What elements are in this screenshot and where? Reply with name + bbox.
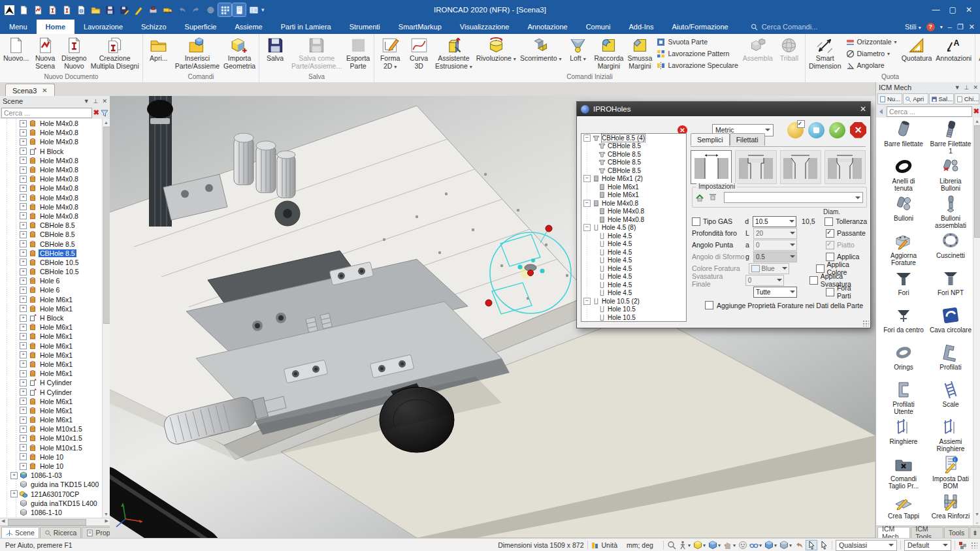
doc-i-icon[interactable] bbox=[60, 3, 73, 16]
scene-tree-item-hole-m6x1[interactable]: +Hole M6x1 bbox=[0, 323, 110, 332]
scene-tree-item-hole-m6x1[interactable]: +Hole M6x1 bbox=[0, 304, 110, 313]
ribbon-button-disegnonuovo[interactable]: DisegnoNuovo bbox=[59, 35, 89, 71]
scene-tree-item-h-cylinder[interactable]: +H Cylinder bbox=[0, 378, 110, 387]
status-glasses-icon[interactable]: ▾ bbox=[749, 541, 762, 550]
iproholes-dialog[interactable]: IPROHoles ✕ ✕ Metric ✓ ✕ −CBHole 8.5 (4)… bbox=[576, 101, 871, 328]
dialog-close-icon[interactable]: ✕ bbox=[860, 104, 866, 114]
menu-tab-add-ins[interactable]: Add-Ins bbox=[620, 20, 663, 34]
tipo-gas-checkbox[interactable] bbox=[692, 217, 700, 226]
catalog-item-ringhiere[interactable]: Ringhiere bbox=[883, 418, 924, 455]
scene-tree-item-1086-1-03[interactable]: +1086-1-03 bbox=[0, 471, 110, 480]
command-search[interactable]: Cerca Comandi... bbox=[745, 20, 823, 34]
dialog-tree-item-hole-10-5[interactable]: Hole 10.5 bbox=[581, 306, 686, 314]
ribbon-button-apri[interactable]: Apri... bbox=[144, 35, 173, 63]
dialog-tree-item-hole-4-5[interactable]: Hole 4.5 bbox=[581, 257, 686, 265]
ribbon-button-scorrimento[interactable]: Scorrimento ▾ bbox=[518, 35, 564, 64]
status-cube-b-icon[interactable]: ▾ bbox=[764, 541, 777, 550]
catalog-search-input[interactable]: Cerca ... bbox=[887, 106, 972, 117]
dialog-tree-item-hole-m6x1-2[interactable]: −Hole M6x1 (2) bbox=[581, 175, 686, 183]
scene-tree-item-h-cylinder[interactable]: +H Cylinder bbox=[0, 387, 110, 396]
dialog-tree-item-hole-m6x1[interactable]: Hole M6x1 bbox=[581, 191, 686, 200]
dialog-tree-item-cbhole-8-5-4[interactable]: −CBHole 8.5 (4) bbox=[581, 134, 686, 142]
ribbon-button-nuovascena[interactable]: NuovaScena bbox=[31, 35, 59, 71]
catalog-item-barre-filettate[interactable]: Barre filettate bbox=[883, 120, 924, 157]
scene-tree-item-hole-10[interactable]: +Hole 10 bbox=[0, 452, 110, 462]
catalog-item-assiemi-ringhiere[interactable]: Assiemi Ringhiere bbox=[930, 418, 972, 455]
dialog-tree-item-hole-4-5-8[interactable]: −Hole 4.5 (8) bbox=[581, 224, 686, 232]
tab-semplici[interactable]: Semplici bbox=[691, 133, 730, 146]
catalog-item-imposta-dati-bom[interactable]: iImposta Dati BOM bbox=[930, 455, 972, 492]
ribbon-button-inserisciparte-assieme[interactable]: InserisciParte/Assieme bbox=[173, 35, 221, 71]
scene-tree-item-hole-m4x0-8[interactable]: +Hole M4x0.8 bbox=[0, 212, 110, 221]
angolo-di-sformo-select[interactable]: 0.5 bbox=[753, 251, 797, 262]
status-zoomfit-icon[interactable] bbox=[667, 541, 676, 550]
doc-tab-close-icon[interactable]: ✕ bbox=[42, 87, 47, 94]
catalog-menu-caret[interactable]: ▼ bbox=[955, 84, 960, 91]
ribbon-button-aiuto-formazione[interactable]: Aiuto/Formazione▾ bbox=[977, 35, 980, 71]
piatto-checkbox[interactable]: Piatto bbox=[826, 241, 855, 249]
dialog-hole-tree[interactable]: −CBHole 8.5 (4)CBHole 8.5CBHole 8.5CBHol… bbox=[581, 133, 687, 322]
apply-options-button[interactable] bbox=[787, 122, 804, 138]
help-caret[interactable]: ▾ bbox=[940, 24, 943, 30]
save-settings-icon[interactable] bbox=[695, 193, 704, 202]
doc-red-icon[interactable] bbox=[31, 3, 44, 16]
colore-foratura-select[interactable]: Blue bbox=[749, 263, 789, 274]
doc-i-icon[interactable] bbox=[46, 3, 59, 16]
catalog-item-fori[interactable]: Fori bbox=[883, 269, 924, 306]
link-states-icon[interactable] bbox=[958, 541, 967, 550]
close-button[interactable]: ✕ bbox=[966, 5, 972, 14]
ribbon-button-nuovo[interactable]: Nuovo... bbox=[1, 35, 31, 63]
panel-close-icon[interactable]: ✕ bbox=[102, 98, 107, 104]
catalog-pin-icon[interactable]: ⊥ bbox=[964, 84, 970, 91]
ribbon-button-assistenteestrusione[interactable]: AssistenteEstrusione ▾ bbox=[433, 35, 474, 71]
dialog-tree-item-hole-4-5[interactable]: Hole 4.5 bbox=[581, 264, 686, 273]
scene-tree-item-121a630170cp[interactable]: +121A630170CP bbox=[0, 490, 110, 499]
menu-tab-strumenti[interactable]: Strumenti bbox=[340, 20, 389, 34]
ribbon-button-salva-comeparte-assieme[interactable]: Salva comeParte/Assieme... bbox=[289, 35, 344, 71]
scene-tree-item-hole-6[interactable]: +Hole 6 bbox=[0, 285, 110, 294]
catalog-item-orings[interactable]: Orings bbox=[883, 343, 924, 381]
scene-tree-vscrollbar[interactable]: ▲ ▼ bbox=[102, 119, 110, 518]
catalog-clear-search-icon[interactable]: ✖ bbox=[973, 107, 979, 116]
catalog-item-crea-rinforzi[interactable]: Crea Rinforzi bbox=[930, 492, 972, 526]
ribbon-button-loft[interactable]: Loft ▾ bbox=[563, 35, 592, 64]
tab-tools[interactable]: Tools bbox=[944, 527, 970, 538]
scene-tree-item-1086-1-10[interactable]: 1086-1-10 bbox=[0, 508, 110, 517]
scene-tree-item-hole-m6x1[interactable]: +Hole M6x1 bbox=[0, 360, 110, 369]
hole-type-simple[interactable] bbox=[691, 150, 732, 184]
scene-tree-item-hole-m6x1[interactable]: +Hole M6x1 bbox=[0, 415, 110, 424]
mdi-minimize-button[interactable]: – bbox=[948, 23, 952, 31]
scene-tree-item-hole-m6x1[interactable]: +Hole M6x1 bbox=[0, 341, 110, 351]
ribbon-button-raccordamargini[interactable]: RaccordaMargini bbox=[592, 35, 625, 71]
scene-tree-item-hole-m10x1-5[interactable]: +Hole M10x1.5 bbox=[0, 424, 110, 433]
dialog-tree-item-hole-4-5[interactable]: Hole 4.5 bbox=[581, 273, 686, 281]
tab-icm-mech[interactable]: ICM Mech bbox=[877, 527, 910, 538]
scene-tree-item-hole-m4x0-8[interactable]: +Hole M4x0.8 bbox=[0, 128, 110, 137]
menu-tab-annotazione[interactable]: Annotazione bbox=[518, 20, 576, 34]
dialog-tree-item-hole-m4x0-8[interactable]: −Hole M4x0.8 bbox=[581, 199, 686, 208]
scene-tree-item-hole-10[interactable]: +Hole 10 bbox=[0, 462, 110, 471]
profondit-foro-select[interactable]: 20 bbox=[753, 228, 797, 239]
menu-tab-lavorazione[interactable]: Lavorazione bbox=[74, 20, 132, 34]
ribbon-button-forma2d[interactable]: Forma2D ▾ bbox=[376, 35, 404, 71]
truck-icon[interactable] bbox=[161, 3, 174, 16]
selection-filter-select[interactable]: Qualsiasi bbox=[836, 540, 897, 551]
pen-icon[interactable] bbox=[132, 3, 145, 16]
ribbon-button-smartdimension[interactable]: SmartDimension bbox=[807, 35, 843, 71]
window-resize-grip[interactable] bbox=[971, 542, 977, 548]
catalog-item-profilati[interactable]: Profilati bbox=[930, 343, 972, 381]
qat-overflow-caret[interactable]: ▾ bbox=[261, 7, 265, 13]
cancel-button[interactable]: ✕ bbox=[850, 122, 866, 138]
catalog-item-cava-circolare[interactable]: Cava circolare bbox=[930, 306, 972, 343]
hole-type-countersink[interactable] bbox=[780, 150, 821, 184]
ribbon-button-orizzontale[interactable]: Orizzontale ▾ bbox=[843, 36, 900, 48]
scene-tree-item-h-block[interactable]: +H Block bbox=[0, 147, 110, 156]
ribbon-button-annotazioni[interactable]: AAnnotazioni bbox=[934, 35, 973, 63]
tutte-select[interactable]: Tutte bbox=[753, 287, 797, 298]
status-cursor-icon[interactable] bbox=[806, 540, 817, 550]
dialog-title-bar[interactable]: IPROHoles ✕ bbox=[577, 102, 870, 116]
scene-search-input[interactable]: Cerca ... bbox=[1, 108, 92, 118]
menu-tab-menu[interactable]: Menu bbox=[0, 20, 37, 34]
status-cube-g-icon[interactable]: ▾ bbox=[779, 541, 792, 550]
tab-scene[interactable]: Scene bbox=[1, 527, 39, 538]
